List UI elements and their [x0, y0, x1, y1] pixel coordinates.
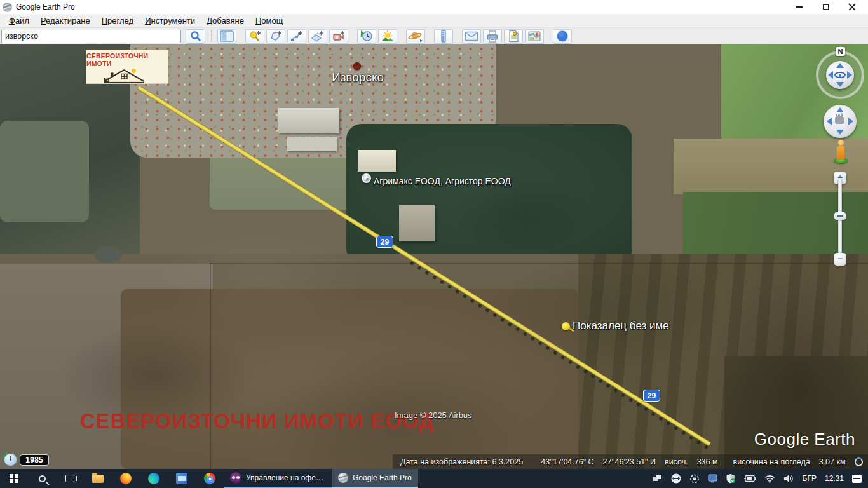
move-up-arrow-icon[interactable]	[836, 107, 844, 112]
photos-app-button[interactable]	[168, 469, 196, 488]
add-polygon-icon	[269, 30, 283, 43]
warehouse-building	[358, 150, 396, 172]
menu-help[interactable]: Помощ	[250, 15, 288, 27]
streaming-spinner-icon	[855, 458, 863, 466]
start-button[interactable]	[0, 469, 28, 488]
clock[interactable]: 12:31	[825, 474, 844, 483]
menu-file[interactable]: Файл	[4, 15, 34, 27]
task-view-button[interactable]	[56, 469, 84, 488]
look-eye-icon	[834, 72, 846, 78]
menu-tools[interactable]: Инструменти	[140, 15, 200, 27]
taskbar-search-button[interactable]	[28, 469, 56, 488]
company-logo: СЕВЕРОИЗТОЧНИ ИМОТИ	[86, 50, 168, 84]
add-placemark-icon	[248, 30, 262, 43]
task-offer-management[interactable]: Управление на офер...	[224, 469, 332, 488]
zoom-handle[interactable]	[834, 212, 846, 220]
google-earth-app-icon	[338, 473, 348, 483]
business-label[interactable]: Агримакс ЕООД, Агристор ЕООД	[374, 176, 511, 186]
wifi-icon[interactable]	[764, 475, 775, 483]
add-path-button[interactable]	[287, 29, 306, 44]
task-view-icon	[65, 475, 74, 482]
look-left-arrow-icon[interactable]	[828, 71, 833, 79]
menu-add[interactable]: Добавяне	[201, 15, 249, 27]
sidebar-toggle-button[interactable]	[217, 29, 236, 44]
add-image-overlay-icon	[311, 30, 325, 43]
window-title: Google Earth Pro	[16, 3, 75, 11]
construction-site	[399, 205, 435, 241]
imagery-seam	[210, 263, 868, 264]
photos-icon	[176, 473, 187, 484]
edge-button[interactable]	[140, 469, 168, 488]
historical-clock-icon[interactable]	[4, 453, 17, 466]
globe-icon	[556, 30, 569, 43]
windows-security-icon[interactable]	[726, 473, 735, 484]
volume-icon[interactable]	[783, 474, 794, 483]
look-right-arrow-icon[interactable]	[847, 71, 852, 79]
eye-altitude-label: височина на погледа	[733, 458, 810, 466]
business-marker[interactable]	[362, 173, 371, 183]
sunlight-button[interactable]	[378, 29, 397, 44]
print-button[interactable]	[483, 29, 502, 44]
close-button[interactable]	[839, 0, 865, 14]
language-indicator[interactable]: БГР	[803, 474, 817, 483]
task-google-earth-pro[interactable]: Google Earth Pro	[332, 469, 418, 488]
firefox-button[interactable]	[112, 469, 140, 488]
historical-imagery-button[interactable]	[357, 29, 376, 44]
offer-app-icon	[230, 472, 241, 484]
folder-icon	[92, 475, 104, 483]
zoom-out-button[interactable]: −	[834, 253, 846, 266]
action-center-icon[interactable]	[852, 475, 862, 483]
izvorsko-place-marker[interactable]	[353, 62, 361, 70]
menu-view[interactable]: Преглед	[97, 15, 139, 27]
chrome-icon	[204, 473, 215, 484]
move-left-arrow-icon[interactable]	[827, 118, 832, 125]
tray-overflow-icon[interactable]	[653, 474, 663, 483]
planets-button[interactable]	[406, 29, 425, 44]
look-up-arrow-icon[interactable]	[836, 63, 844, 68]
restore-button[interactable]	[812, 0, 839, 14]
add-image-overlay-button[interactable]	[308, 29, 327, 44]
imagery-date: Дата на изображенията: 6.3.2025	[400, 458, 523, 466]
globe-button[interactable]	[553, 29, 572, 44]
add-path-icon	[290, 30, 304, 43]
compass-north-label[interactable]: N	[836, 47, 845, 56]
save-image-icon	[507, 30, 520, 43]
field-patch	[0, 121, 89, 222]
izvorsko-place-label[interactable]: Изворско	[332, 71, 384, 85]
add-polygon-button[interactable]	[266, 29, 285, 44]
minimize-button[interactable]	[785, 0, 812, 14]
industrial-building	[287, 137, 337, 151]
look-down-arrow-icon[interactable]	[836, 82, 844, 87]
map-viewport[interactable]: СЕВЕРОИЗТОЧНИ ИМОТИ Изворско Агримакс ЕО…	[0, 44, 868, 469]
move-right-arrow-icon[interactable]	[848, 118, 853, 125]
eye-altitude-value: 3.07 км	[819, 458, 846, 466]
placemark-label[interactable]: Показалец без име	[573, 320, 669, 332]
industrial-building	[278, 108, 339, 133]
teamviewer-icon[interactable]	[671, 473, 681, 484]
email-button[interactable]	[462, 29, 481, 44]
elevation-value: 336 м	[697, 458, 718, 466]
add-placemark-button[interactable]	[245, 29, 264, 44]
menu-bar: Файл Редактиране Преглед Инструменти Доб…	[0, 14, 868, 28]
email-icon	[465, 30, 478, 42]
view-in-google-maps-button[interactable]	[525, 29, 544, 44]
file-explorer-button[interactable]	[84, 469, 112, 488]
watermark-text: СЕВЕРОИЗТОЧНИ ИМОТИ ЕООД	[80, 409, 434, 433]
street-view-pegman[interactable]	[832, 140, 849, 164]
chrome-button[interactable]	[196, 469, 224, 488]
battery-icon[interactable]	[743, 475, 756, 482]
historical-imagery-widget[interactable]: 1985	[4, 453, 49, 466]
historical-year-button[interactable]: 1985	[20, 454, 49, 466]
search-button[interactable]	[186, 29, 205, 44]
menu-edit[interactable]: Редактиране	[36, 15, 95, 27]
display-icon[interactable]	[708, 474, 717, 483]
move-down-arrow-icon[interactable]	[836, 130, 844, 135]
record-tour-button[interactable]	[329, 29, 348, 44]
search-input[interactable]	[1, 30, 181, 43]
save-image-button[interactable]	[504, 29, 523, 44]
company-logo-text: СЕВЕРОИЗТОЧНИ ИМОТИ	[86, 52, 168, 67]
google-earth-window: Google Earth Pro Файл Редактиране Прегле…	[0, 0, 868, 488]
ruler-button[interactable]	[434, 29, 453, 44]
restore-icon	[823, 4, 829, 10]
sync-app-icon[interactable]	[689, 474, 700, 484]
